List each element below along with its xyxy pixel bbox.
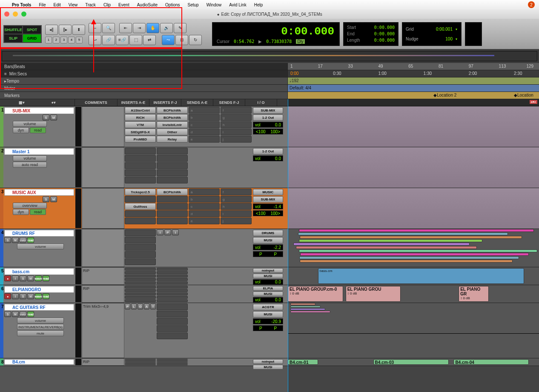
volume-display[interactable]: vol-20.9 [253,318,283,324]
audio-clip[interactable] [299,229,534,232]
trim-tool-button[interactable]: ⇤ [119,23,132,33]
track-btn-M[interactable]: M [27,275,34,281]
insert-slot[interactable]: Relay [157,136,188,143]
track-comments[interactable]: RIP [82,358,124,366]
track-comments[interactable]: Trim Mix3=-4,9 [82,303,124,358]
track-btn-M[interactable]: M [27,293,34,299]
insert-slot[interactable]: Gullfoss [125,203,156,210]
send-slot[interactable]: d [189,210,220,217]
track-comments[interactable] [82,229,124,267]
auto-dyn[interactable]: dyn [13,127,29,133]
insertion-follows-button[interactable]: ⬚ [129,35,142,45]
menu-edit[interactable]: Edit [54,3,61,7]
io-slot[interactable]: MUSI [253,311,283,318]
pencil-tool-button[interactable]: ✎ [174,23,186,33]
insert-slot[interactable] [125,217,156,224]
insert-slot[interactable] [157,318,188,325]
insert-slot[interactable] [157,361,188,362]
m-button[interactable]: M [50,196,57,202]
auto-read[interactable]: read [30,127,46,133]
insert-slot[interactable] [157,289,188,292]
track-btn-read[interactable]: read [27,311,34,317]
az-indicator[interactable]: a▾z [530,100,537,104]
insert-slot[interactable]: ProMBD [125,136,156,143]
sel-start-value[interactable]: 0:00.000 [374,25,395,30]
insert-slot[interactable] [125,359,156,360]
insert-slot[interactable] [125,251,156,258]
insert-slot[interactable] [157,155,188,162]
insert-slot[interactable] [157,303,188,310]
track-color-strip[interactable] [0,303,3,358]
insert-slot[interactable] [125,177,156,183]
insert-slot[interactable] [125,258,156,265]
timeline-track[interactable] [288,303,539,358]
selector-tool-button[interactable]: ⇥ [133,23,146,33]
ruler-markers[interactable]: ◆Location 2 ◆Location [288,92,539,99]
insert-btn-I[interactable]: I [157,229,163,235]
notification-badge[interactable]: 2 [528,1,535,8]
volume-display[interactable]: vol-1.4 [253,203,283,209]
track-comments[interactable] [82,147,124,188]
menu-event[interactable]: Event [118,3,129,7]
volume-display[interactable]: vol0.0 [253,297,283,303]
insert-btn-L[interactable]: L [131,303,137,309]
zoom-preset-2[interactable]: 2 [53,37,60,43]
app-name[interactable]: Pro Tools [12,3,31,7]
insert-slot[interactable] [125,364,156,365]
track-comments[interactable] [82,188,124,229]
insert-slot[interactable]: RICH [125,114,156,121]
auto-dyn[interactable]: dyn [13,209,29,215]
track-name[interactable]: 7AC GUITARS RF [4,304,74,311]
insert-slot[interactable] [157,359,188,360]
track-comments[interactable]: RIP [82,267,124,285]
track-btn-M[interactable]: M [12,237,19,243]
track-btn-S[interactable]: S [20,293,26,299]
ruler-meter-label[interactable]: Meter [0,85,288,92]
io-slot[interactable]: ACGTR [253,304,283,310]
menu-audiosuite[interactable]: AudioSuite [137,3,158,7]
audio-clip[interactable] [290,306,321,308]
track-btn-read[interactable]: read [27,237,34,243]
send-slot[interactable]: c [189,121,220,128]
audio-clip[interactable] [293,243,470,246]
insert-btn-P[interactable]: P [164,229,171,235]
insert-slot[interactable] [125,155,156,162]
send-slot[interactable]: b [189,114,220,121]
send-slot[interactable]: i [221,129,252,135]
io-slot[interactable]: MUSI [253,237,283,243]
audio-clip[interactable]: EL PIANO GROU↕ 0 dB [346,286,401,302]
pan-display[interactable]: <100100> [253,210,283,216]
insert-slot[interactable] [157,311,188,318]
track-submenu[interactable]: INSTRUMENTALREVERB(s) [17,324,64,330]
insert-slot[interactable] [157,332,188,339]
audio-clip[interactable]: EL PIANO GROUP.cm-0↕ 0 dB [288,286,343,302]
track-btn-M[interactable]: M [12,311,19,317]
menu-track[interactable]: Track [85,3,96,7]
io-slot[interactable]: SUB-MIX [253,196,283,203]
insert-slot[interactable] [125,360,156,361]
zoom-tool-button[interactable]: 🔍 [102,23,115,33]
insert-slot[interactable] [125,286,156,289]
io-slot[interactable]: MUSI [253,292,283,296]
menu-window[interactable]: Window [206,3,222,7]
ruler-bars[interactable]: 1 17 33 49 65 81 97 113 129 [288,63,539,70]
insert-slot[interactable] [125,229,156,236]
insert-slot[interactable] [125,169,156,176]
insert-slot[interactable]: InvisiblLmtr [157,121,188,128]
insert-slot[interactable] [157,203,188,210]
send-slot[interactable]: d [189,129,220,135]
volume-display[interactable]: vol0.0 [253,155,283,161]
send-slot[interactable]: b [189,196,220,203]
layered-editing-button[interactable]: ⊞ [175,35,188,45]
link-timeline-button[interactable]: 🔗 [102,35,115,45]
insert-btn-I[interactable]: I [172,229,179,235]
insert-slot[interactable] [125,292,156,295]
insert-slot[interactable] [157,299,188,302]
track-menu-volume[interactable]: volume [13,155,47,161]
col-header-name[interactable]: ▦▾ ●▾ [0,99,75,106]
timeline-track[interactable]: B4.cm-01B4.cm-03B4.cm-04 [288,358,539,366]
mirrored-midi-button[interactable]: ⇄ [143,35,156,45]
audio-clip[interactable] [299,256,519,259]
track-btn-wave[interactable]: wave [35,275,42,281]
zoom-preset-5[interactable]: 5 [76,37,83,43]
